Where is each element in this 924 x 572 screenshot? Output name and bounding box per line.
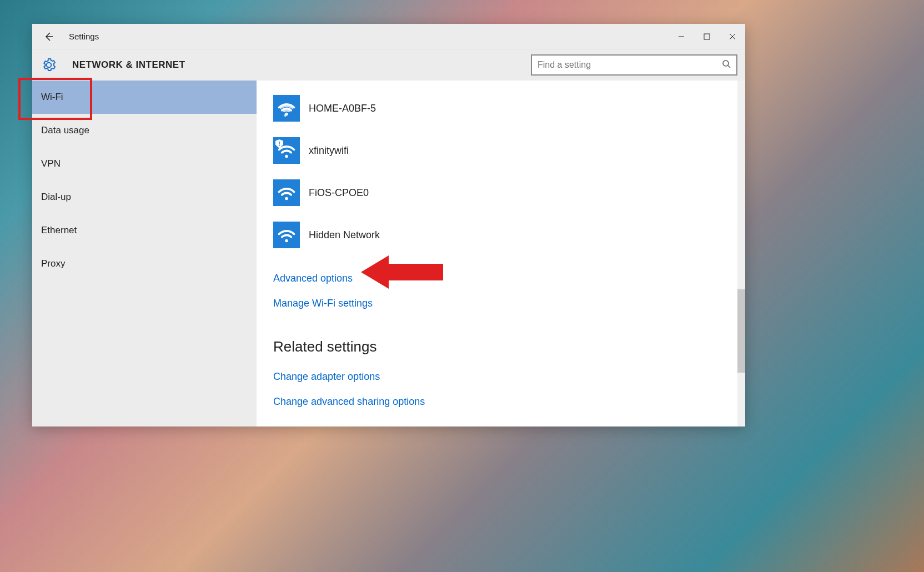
search-box[interactable]: [531, 54, 737, 76]
scrollbar-thumb[interactable]: [737, 289, 745, 373]
wifi-open-icon: !: [273, 137, 300, 164]
window-title: Settings: [69, 32, 99, 41]
body: Wi-Fi Data usage VPN Dial-up Ethernet Pr…: [32, 81, 745, 427]
change-sharing-link[interactable]: Change advanced sharing options: [273, 396, 425, 408]
sidebar-item-wifi[interactable]: Wi-Fi: [32, 81, 257, 114]
change-adapter-link[interactable]: Change adapter options: [273, 371, 380, 383]
sidebar-item-datausage[interactable]: Data usage: [32, 114, 257, 147]
network-name: xfinitywifi: [309, 145, 349, 157]
network-item[interactable]: HOME-A0BF-5: [273, 94, 745, 123]
svg-point-7: [285, 155, 288, 158]
sidebar-item-proxy[interactable]: Proxy: [32, 247, 257, 280]
sidebar-item-label: Ethernet: [41, 225, 77, 236]
sidebar-item-label: Data usage: [41, 125, 89, 136]
settings-window: Settings NETWORK & INTERNET Wi-Fi: [32, 24, 745, 427]
sidebar-item-label: Wi-Fi: [41, 92, 63, 103]
wifi-icon: [273, 179, 300, 206]
content-area: HOME-A0BF-5 ! xfinitywifi FiOS-CPOE0: [257, 81, 745, 427]
sidebar-item-dialup[interactable]: Dial-up: [32, 180, 257, 214]
svg-point-4: [723, 61, 729, 66]
back-button[interactable]: [42, 30, 56, 43]
page-title: NETWORK & INTERNET: [72, 59, 185, 71]
wifi-icon: [273, 222, 300, 248]
sidebar-item-label: VPN: [41, 158, 61, 169]
network-item[interactable]: FiOS-CPOE0: [273, 178, 745, 207]
wifi-icon: [273, 95, 300, 122]
window-controls: [669, 24, 745, 49]
advanced-options-link[interactable]: Advanced options: [273, 273, 353, 284]
sidebar: Wi-Fi Data usage VPN Dial-up Ethernet Pr…: [32, 81, 257, 427]
related-settings-title: Related settings: [273, 338, 745, 355]
svg-point-9: [285, 239, 288, 242]
header: NETWORK & INTERNET: [32, 49, 745, 81]
titlebar: Settings: [32, 24, 745, 49]
svg-rect-1: [704, 34, 710, 39]
maximize-button[interactable]: [694, 24, 720, 49]
svg-point-8: [285, 197, 288, 200]
manage-wifi-link[interactable]: Manage Wi-Fi settings: [273, 298, 373, 309]
search-icon: [722, 59, 731, 71]
close-button[interactable]: [720, 24, 745, 49]
sidebar-item-vpn[interactable]: VPN: [32, 147, 257, 180]
sidebar-item-label: Dial-up: [41, 192, 71, 203]
minimize-button[interactable]: [669, 24, 694, 49]
sidebar-item-ethernet[interactable]: Ethernet: [32, 214, 257, 247]
sidebar-item-label: Proxy: [41, 258, 65, 269]
network-name: FiOS-CPOE0: [309, 187, 369, 199]
network-item[interactable]: Hidden Network: [273, 220, 745, 249]
svg-line-5: [728, 66, 730, 68]
scrollbar-track[interactable]: [737, 81, 745, 427]
network-item[interactable]: ! xfinitywifi: [273, 136, 745, 165]
network-name: HOME-A0BF-5: [309, 103, 376, 114]
svg-point-6: [285, 113, 288, 116]
search-input[interactable]: [538, 60, 722, 70]
network-name: Hidden Network: [309, 229, 380, 241]
gear-icon: [41, 57, 57, 73]
